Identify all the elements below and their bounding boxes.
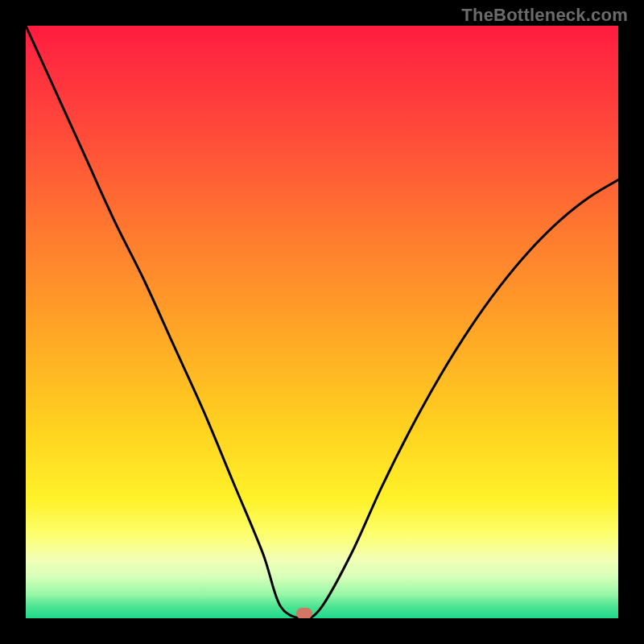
- curve-path: [26, 26, 618, 618]
- bottleneck-curve: [26, 26, 618, 618]
- plot-area: [26, 26, 618, 618]
- chart-frame: TheBottleneck.com: [0, 0, 644, 644]
- watermark-text: TheBottleneck.com: [461, 5, 628, 26]
- optimum-marker: [296, 608, 312, 618]
